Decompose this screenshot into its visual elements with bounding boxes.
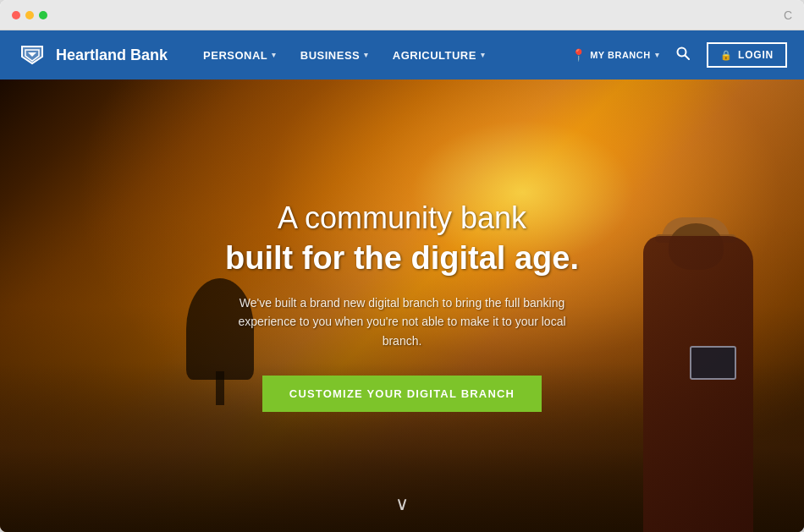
nav-personal-label: PERSONAL [203, 49, 267, 62]
browser-window: C Heartland Bank PERSONAL ▾ [0, 0, 804, 532]
reload-button[interactable]: C [784, 8, 792, 22]
chevron-down-icon: ▾ [272, 51, 277, 59]
hero-section: A community bank built for the digital a… [0, 80, 804, 532]
navbar: Heartland Bank PERSONAL ▾ BUSINESS ▾ AGR… [0, 30, 804, 80]
lock-icon: 🔒 [720, 50, 733, 61]
nav-links: PERSONAL ▾ BUSINESS ▾ AGRICULTURE ▾ [193, 42, 571, 69]
browser-chrome: C [0, 0, 804, 30]
browser-dots [12, 11, 47, 19]
hero-title-light: A community bank [224, 200, 580, 236]
nav-item-business[interactable]: BUSINESS ▾ [290, 42, 379, 69]
website-content: Heartland Bank PERSONAL ▾ BUSINESS ▾ AGR… [0, 30, 804, 532]
hero-subtitle: We've built a brand new digital branch t… [224, 293, 580, 350]
minimize-dot[interactable] [25, 11, 34, 19]
tablet-silhouette [690, 346, 736, 380]
search-icon [676, 47, 690, 60]
login-button[interactable]: 🔒 LOGIN [707, 42, 787, 68]
cta-button[interactable]: CUSTOMIZE YOUR DIGITAL BRANCH [262, 376, 542, 412]
location-icon: 📍 [571, 48, 586, 62]
hero-title-bold: built for the digital age. [224, 239, 580, 278]
nav-item-agriculture[interactable]: AGRICULTURE ▾ [383, 42, 496, 69]
logo-area[interactable]: Heartland Bank [17, 40, 168, 70]
heartland-bank-logo-icon [17, 40, 47, 70]
chevron-down-icon: ▾ [481, 51, 486, 59]
logo-text: Heartland Bank [56, 47, 168, 64]
nav-agriculture-label: AGRICULTURE [393, 49, 476, 62]
branch-label: MY BRANCH [590, 50, 651, 60]
body-silhouette [643, 236, 753, 532]
chevron-down-icon: ▾ [364, 51, 369, 59]
close-dot[interactable] [12, 11, 20, 19]
branch-selector[interactable]: 📍 MY BRANCH ▾ [571, 48, 660, 62]
scroll-arrow[interactable]: ∨ [395, 493, 409, 515]
nav-right: 📍 MY BRANCH ▾ 🔒 LOGIN [571, 42, 787, 68]
nav-business-label: BUSINESS [300, 49, 360, 62]
maximize-dot[interactable] [39, 11, 47, 19]
farmer-silhouette [601, 211, 770, 532]
svg-line-3 [686, 56, 690, 60]
chevron-down-icon: ▾ [655, 51, 660, 59]
hero-content: A community bank built for the digital a… [207, 183, 597, 429]
login-label: LOGIN [738, 49, 774, 61]
search-button[interactable] [673, 43, 693, 67]
nav-item-personal[interactable]: PERSONAL ▾ [193, 42, 287, 69]
